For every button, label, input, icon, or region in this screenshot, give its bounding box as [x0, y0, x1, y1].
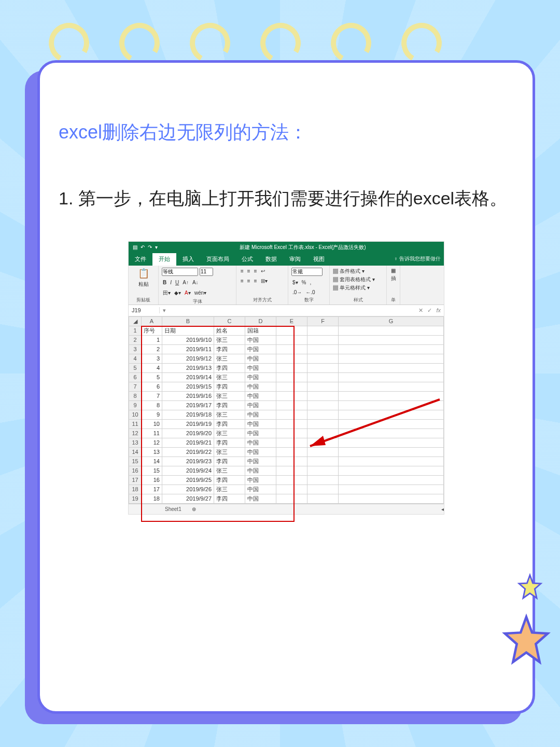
cell[interactable]: 2019/9/23: [162, 457, 214, 466]
cell[interactable]: [339, 354, 444, 363]
cell[interactable]: [276, 391, 307, 400]
cell[interactable]: [276, 344, 307, 354]
cell[interactable]: [339, 447, 444, 457]
cell[interactable]: 中国: [245, 494, 276, 503]
comma-icon[interactable]: ,: [309, 279, 312, 286]
row-header[interactable]: 3: [129, 344, 142, 354]
cell[interactable]: [276, 410, 307, 419]
cell[interactable]: [339, 335, 444, 344]
cell[interactable]: 2019/9/27: [162, 494, 214, 503]
borders-icon[interactable]: 田▾: [162, 289, 172, 297]
cell[interactable]: 中国: [245, 457, 276, 466]
cell[interactable]: 李四: [214, 457, 245, 466]
cell[interactable]: 2: [142, 344, 162, 354]
cell[interactable]: [276, 494, 307, 503]
cell[interactable]: 中国: [245, 363, 276, 372]
cell[interactable]: [307, 326, 339, 335]
number-format-select[interactable]: [291, 268, 323, 276]
cell[interactable]: [307, 485, 339, 494]
cell[interactable]: 李四: [214, 382, 245, 391]
cell[interactable]: [307, 354, 339, 363]
bold-button[interactable]: B: [162, 279, 167, 286]
cell[interactable]: [339, 494, 444, 503]
underline-button[interactable]: U: [174, 279, 180, 286]
cell[interactable]: 中国: [245, 438, 276, 447]
insert-cells-label[interactable]: 插: [391, 275, 396, 282]
cell[interactable]: [276, 382, 307, 391]
redo-icon[interactable]: ↷: [148, 244, 152, 250]
cell[interactable]: 2019/9/14: [162, 372, 214, 382]
cell[interactable]: [307, 391, 339, 400]
tab-view[interactable]: 视图: [307, 253, 331, 266]
cell[interactable]: 张三: [214, 372, 245, 382]
cell[interactable]: 1: [142, 335, 162, 344]
cell[interactable]: [307, 475, 339, 485]
cell[interactable]: 序号: [142, 326, 162, 335]
row-header[interactable]: 18: [129, 485, 142, 494]
paste-button[interactable]: 粘贴: [138, 281, 149, 288]
cell[interactable]: 张三: [214, 428, 245, 438]
align-top-icon[interactable]: ≡: [240, 268, 245, 274]
cell[interactable]: 10: [142, 419, 162, 428]
cell[interactable]: [276, 363, 307, 372]
cell[interactable]: [276, 447, 307, 457]
cell[interactable]: [339, 344, 444, 354]
name-box[interactable]: J19: [129, 307, 160, 313]
cell[interactable]: [339, 410, 444, 419]
cell[interactable]: 中国: [245, 391, 276, 400]
row-header[interactable]: 17: [129, 475, 142, 485]
cell-styles-button[interactable]: ▦ 单元格样式 ▾: [333, 284, 370, 292]
cell[interactable]: 2019/9/26: [162, 485, 214, 494]
cell[interactable]: 4: [142, 363, 162, 372]
cell[interactable]: [307, 428, 339, 438]
cell[interactable]: [307, 400, 339, 410]
font-color-icon[interactable]: A▾: [184, 289, 192, 296]
cell[interactable]: 中国: [245, 400, 276, 410]
tab-data[interactable]: 数据: [259, 253, 283, 266]
row-header[interactable]: 19: [129, 494, 142, 503]
tell-me[interactable]: ♀ 告诉我您想要做什: [388, 253, 444, 266]
col-header[interactable]: E: [276, 316, 307, 326]
cell[interactable]: 2019/9/16: [162, 391, 214, 400]
currency-icon[interactable]: $▾: [291, 279, 299, 286]
cell[interactable]: 9: [142, 410, 162, 419]
qat-more-icon[interactable]: ▾: [155, 244, 158, 250]
cell[interactable]: [276, 466, 307, 475]
cell[interactable]: [276, 457, 307, 466]
percent-icon[interactable]: %: [301, 279, 307, 286]
cell[interactable]: 中国: [245, 428, 276, 438]
cell[interactable]: [339, 485, 444, 494]
cell[interactable]: [307, 363, 339, 372]
cell[interactable]: [339, 475, 444, 485]
cell[interactable]: 李四: [214, 419, 245, 428]
cell[interactable]: 中国: [245, 410, 276, 419]
wrap-text-icon[interactable]: ↩: [260, 268, 266, 274]
font-shrink-icon[interactable]: A↓: [191, 279, 200, 286]
align-right-icon[interactable]: ≡: [253, 278, 258, 284]
cell[interactable]: 7: [142, 391, 162, 400]
cell[interactable]: 张三: [214, 447, 245, 457]
cell[interactable]: 李四: [214, 344, 245, 354]
align-bot-icon[interactable]: ≡: [253, 268, 258, 274]
cell[interactable]: 中国: [245, 372, 276, 382]
align-center-icon[interactable]: ≡: [246, 278, 251, 284]
cell[interactable]: [339, 419, 444, 428]
worksheet-grid[interactable]: ◢ A B C D E F G 1 序号 日期 姓名: [129, 316, 444, 504]
cell[interactable]: [276, 438, 307, 447]
cell[interactable]: 李四: [214, 494, 245, 503]
cell[interactable]: 张三: [214, 391, 245, 400]
cell[interactable]: 14: [142, 457, 162, 466]
col-header[interactable]: B: [162, 316, 214, 326]
align-mid-icon[interactable]: ≡: [246, 268, 251, 274]
cell[interactable]: 11: [142, 428, 162, 438]
cell[interactable]: [339, 438, 444, 447]
cell[interactable]: 16: [142, 475, 162, 485]
scroll-left-icon[interactable]: ◂: [441, 506, 444, 512]
cell[interactable]: [339, 400, 444, 410]
cell[interactable]: [307, 438, 339, 447]
row-header[interactable]: 6: [129, 372, 142, 382]
cell[interactable]: [339, 428, 444, 438]
cell[interactable]: [276, 428, 307, 438]
cell[interactable]: 2019/9/15: [162, 382, 214, 391]
cell[interactable]: 2019/9/18: [162, 410, 214, 419]
